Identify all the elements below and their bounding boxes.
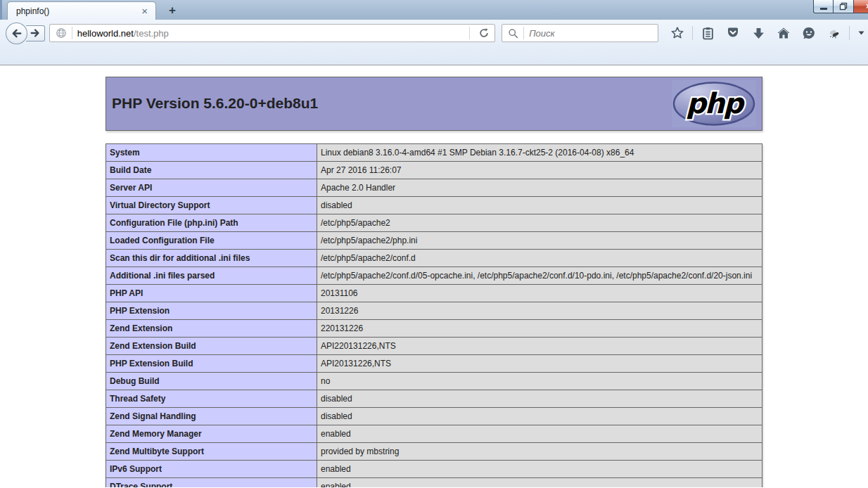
- window-controls: ×: [813, 0, 868, 13]
- info-label: Zend Memory Manager: [106, 425, 317, 443]
- search-input[interactable]: [529, 28, 655, 39]
- download-arrow-icon: [752, 27, 765, 40]
- home-icon: [777, 26, 791, 40]
- back-arrow-icon: [11, 27, 23, 39]
- urlbar-separator: [72, 27, 72, 39]
- php-logo-text: php: [686, 87, 745, 120]
- info-value: 20131226: [317, 302, 762, 320]
- table-row: Server APIApache 2.0 Handler: [106, 179, 762, 197]
- info-value: /etc/php5/apache2/conf.d/05-opcache.ini,…: [317, 267, 762, 285]
- info-label: Zend Signal Handling: [106, 408, 317, 425]
- info-value: /etc/php5/apache2: [317, 214, 762, 232]
- info-value: provided by mbstring: [317, 443, 762, 461]
- info-label: Scan this dir for additional .ini files: [106, 250, 317, 267]
- browser-chrome: helloworld.net/test.php: [0, 20, 868, 65]
- chevron-down-icon: [858, 31, 864, 35]
- info-value: API220131226,NTS: [317, 338, 762, 355]
- php-header-table: php PHP Version 5.6.20-0+deb8u1: [106, 77, 762, 131]
- search-box[interactable]: [502, 24, 658, 42]
- minimize-icon: [820, 8, 827, 10]
- close-button[interactable]: ×: [854, 0, 868, 13]
- php-info-table: SystemLinux debian8 3.16.0-4-amd64 #1 SM…: [106, 143, 762, 487]
- toolbar-icons: [663, 23, 868, 43]
- table-row: Configuration File (php.ini) Path/etc/ph…: [106, 214, 762, 232]
- info-value: enabled: [317, 478, 762, 488]
- tab-phpinfo[interactable]: phpinfo() ×: [7, 1, 156, 20]
- info-value: disabled: [317, 408, 762, 425]
- navigation-toolbar: helloworld.net/test.php: [0, 20, 868, 46]
- home-button[interactable]: [773, 23, 794, 43]
- page-content: php PHP Version 5.6.20-0+deb8u1 SystemLi…: [0, 65, 868, 487]
- bookmarks-clipboard-icon: [701, 27, 715, 40]
- info-value: 20131106: [317, 285, 762, 302]
- info-label: Build Date: [106, 162, 317, 179]
- tab-close-icon[interactable]: ×: [139, 6, 150, 16]
- forward-button[interactable]: [26, 25, 45, 41]
- url-input[interactable]: helloworld.net/test.php: [49, 24, 495, 42]
- table-row: Virtual Directory Supportdisabled: [106, 197, 762, 214]
- pocket-button[interactable]: [722, 23, 743, 43]
- table-row: Loaded Configuration File/etc/php5/apach…: [106, 232, 762, 250]
- minimize-button[interactable]: [813, 0, 834, 13]
- table-row: Debug Buildno: [106, 373, 762, 390]
- page-title: PHP Version 5.6.20-0+deb8u1: [112, 80, 756, 126]
- info-value: enabled: [317, 461, 762, 478]
- reload-button[interactable]: [475, 25, 493, 41]
- info-label: System: [106, 144, 317, 162]
- info-label: Zend Extension Build: [106, 338, 317, 355]
- table-row: PHP Extension BuildAPI20131226,NTS: [106, 355, 762, 373]
- info-label: Zend Extension: [106, 320, 317, 338]
- reload-icon: [478, 27, 490, 39]
- table-row: IPv6 Supportenabled: [106, 461, 762, 478]
- php-logo: php: [672, 80, 756, 127]
- table-row: Zend Memory Managerenabled: [106, 425, 762, 443]
- hello-smiley-button[interactable]: [798, 23, 819, 43]
- bookmarks-toolbar: [0, 46, 868, 65]
- forward-arrow-icon: [30, 27, 41, 39]
- restore-button[interactable]: [834, 0, 854, 13]
- info-value: no: [317, 373, 762, 390]
- info-label: Zend Multibyte Support: [106, 443, 317, 461]
- table-row: Zend Signal Handlingdisabled: [106, 408, 762, 425]
- star-icon: [670, 26, 684, 40]
- info-label: Configuration File (php.ini) Path: [106, 214, 317, 232]
- info-label: PHP Extension: [106, 302, 317, 320]
- info-label: Loaded Configuration File: [106, 232, 317, 250]
- back-button[interactable]: [6, 23, 27, 44]
- menu-separator: [849, 26, 850, 40]
- downloads-button[interactable]: [748, 23, 769, 43]
- url-path-text: /test.php: [134, 28, 169, 39]
- info-value: /etc/php5/apache2/conf.d: [317, 250, 762, 267]
- url-host-text: helloworld.net: [77, 28, 134, 39]
- table-row: Zend Multibyte Supportprovided by mbstri…: [106, 443, 762, 461]
- table-row: Build DateApr 27 2016 11:26:07: [106, 162, 762, 179]
- addon-fly-button[interactable]: [824, 23, 845, 43]
- info-value: /etc/php5/apache2/php.ini: [317, 232, 762, 250]
- info-label: Thread Safety: [106, 390, 317, 408]
- info-label: Additional .ini files parsed: [106, 267, 317, 285]
- table-row: Thread Safetydisabled: [106, 390, 762, 408]
- info-value: disabled: [317, 197, 762, 214]
- info-label: PHP API: [106, 285, 317, 302]
- info-value: Apache 2.0 Handler: [317, 179, 762, 197]
- toolbar-overflow-button[interactable]: [854, 23, 868, 43]
- info-label: Server API: [106, 179, 317, 197]
- php-info-table-body: SystemLinux debian8 3.16.0-4-amd64 #1 SM…: [106, 144, 762, 488]
- bookmark-star-button[interactable]: [667, 23, 688, 43]
- fly-addon-icon: [827, 26, 841, 40]
- restore-icon: [839, 2, 848, 11]
- info-label: DTrace Support: [106, 478, 317, 488]
- reload-separator: [469, 27, 470, 39]
- table-row: Additional .ini files parsed/etc/php5/ap…: [106, 267, 762, 285]
- titlebar: phpinfo() × + ×: [0, 0, 868, 20]
- table-row: Zend Extension BuildAPI220131226,NTS: [106, 338, 762, 355]
- php-header-cell: php PHP Version 5.6.20-0+deb8u1: [106, 77, 762, 131]
- new-tab-button[interactable]: +: [162, 2, 183, 19]
- bookmarks-menu-button[interactable]: [697, 23, 718, 43]
- info-value: Apr 27 2016 11:26:07: [317, 162, 762, 179]
- smiley-icon: [802, 26, 816, 40]
- globe-icon: [56, 27, 67, 39]
- info-value: disabled: [317, 390, 762, 408]
- table-row: Zend Extension220131226: [106, 320, 762, 338]
- search-icon: [508, 28, 518, 39]
